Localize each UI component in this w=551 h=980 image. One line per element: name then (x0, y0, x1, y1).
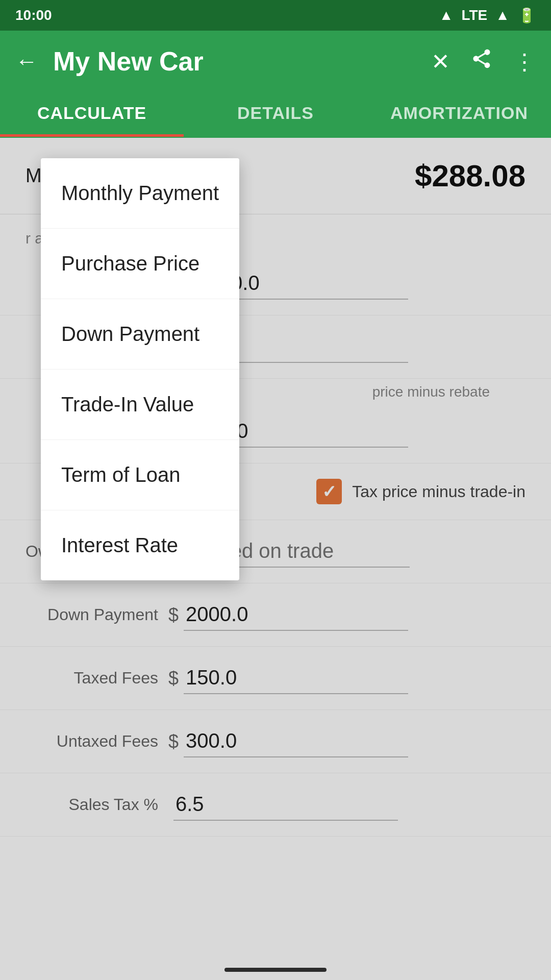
dropdown-item-monthly-payment[interactable]: Monthly Payment (41, 158, 239, 229)
wifi-icon: ▲ (439, 7, 454, 23)
dropdown-item-trade-in-value[interactable]: Trade-In Value (41, 370, 239, 440)
dropdown-item-interest-rate[interactable]: Interest Rate (41, 510, 239, 580)
status-icons: ▲ LTE ▲ 🔋 (439, 7, 536, 24)
app-title: My New Car (53, 46, 431, 77)
dropdown-menu: Monthly Payment Purchase Price Down Paym… (41, 158, 239, 580)
dropdown-item-purchase-price[interactable]: Purchase Price (41, 229, 239, 299)
main-content: Monthly Payment ▼ $288.08 r auto purchas… (0, 138, 551, 980)
battery-icon: 🔋 (518, 7, 536, 24)
status-time: 10:00 (15, 7, 52, 23)
back-button[interactable]: ← (15, 48, 38, 74)
app-bar-actions: ✕ ⋮ (431, 47, 536, 75)
dropdown-item-down-payment[interactable]: Down Payment (41, 299, 239, 370)
close-button[interactable]: ✕ (431, 48, 450, 75)
tabs-bar: CALCULATE DETAILS AMORTIZATION (0, 92, 551, 138)
tab-calculate[interactable]: CALCULATE (0, 92, 184, 137)
more-button[interactable]: ⋮ (513, 48, 536, 75)
lte-label: LTE (461, 7, 487, 23)
dropdown-item-term-of-loan[interactable]: Term of Loan (41, 440, 239, 510)
share-button[interactable] (470, 47, 493, 75)
status-bar: 10:00 ▲ LTE ▲ 🔋 (0, 0, 551, 31)
app-bar: ← My New Car ✕ ⋮ (0, 31, 551, 92)
tab-amortization[interactable]: AMORTIZATION (367, 92, 551, 137)
signal-icon: ▲ (495, 7, 510, 23)
tab-details[interactable]: DETAILS (184, 92, 367, 137)
